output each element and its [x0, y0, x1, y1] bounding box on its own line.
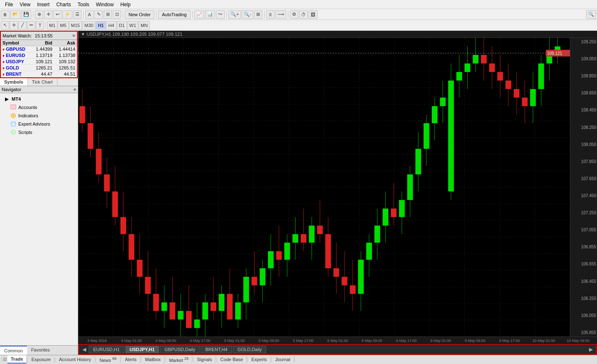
period-sep-btn[interactable]: ⧖: [266, 10, 275, 19]
mw-bid: 1.44399: [31, 46, 54, 52]
chart-canvas[interactable]: [78, 38, 570, 337]
menu-tools[interactable]: Tools: [74, 2, 93, 7]
btn7[interactable]: ☰: [73, 10, 82, 19]
nav-tab-common[interactable]: Common: [0, 346, 27, 355]
btn10[interactable]: ⊞: [104, 10, 112, 19]
navigator-close[interactable]: ×: [74, 87, 76, 92]
side-panel-label[interactable]: ⊡: [2, 357, 7, 362]
price-axis: 109.250109.050108.850108.650108.450108.2…: [570, 38, 597, 337]
m5-btn[interactable]: M5: [58, 21, 68, 30]
w1-btn[interactable]: W1: [127, 21, 139, 30]
chart-tab[interactable]: BRENT,H4: [201, 346, 232, 353]
chart-body: 109.250109.050108.850108.650108.450108.2…: [78, 38, 597, 337]
draw-btn[interactable]: ✏: [27, 21, 35, 30]
mn-btn[interactable]: MN: [139, 21, 150, 30]
crosshair-btn[interactable]: ✛: [10, 21, 18, 30]
new-order-btn[interactable]: New Order: [125, 10, 154, 19]
btn6[interactable]: ⚡: [62, 10, 72, 19]
market-watch-rows: ♦ GBPUSD 1.44399 1.44414 ♦ EURUSD 1.1371…: [1, 46, 77, 77]
nav-tab-favorites[interactable]: Favorites: [27, 346, 54, 355]
experts-icon: [10, 121, 17, 127]
chart-tab[interactable]: GOLD,Daily: [233, 346, 267, 353]
mw-bid: 1.13719: [31, 52, 54, 59]
btab-trade[interactable]: Trade: [7, 355, 27, 364]
sep-tf: [45, 22, 46, 29]
m1-btn[interactable]: M1: [47, 21, 57, 30]
nav-root[interactable]: ▶ MT4: [0, 95, 78, 103]
btab-mailbox[interactable]: Mailbox: [141, 356, 164, 363]
h4-btn[interactable]: H4: [106, 21, 116, 30]
m15-btn[interactable]: M15: [69, 21, 82, 30]
chart-tab[interactable]: EURUSD,H1: [89, 346, 124, 353]
mw-ask: 1.44414: [54, 46, 77, 52]
zoom-in-btn[interactable]: 🔍+: [228, 10, 241, 19]
menu-view[interactable]: View: [16, 2, 34, 7]
timer-btn[interactable]: ⏱: [299, 10, 308, 19]
chart-btn1[interactable]: 📈: [194, 10, 204, 19]
col-bid: Bid: [31, 40, 54, 46]
mw-symbol: ♦ USDJPY: [1, 59, 31, 65]
m30-btn[interactable]: M30: [82, 21, 95, 30]
nav-experts[interactable]: Expert Advisors: [0, 120, 78, 128]
btn11[interactable]: ⊡: [113, 10, 121, 19]
menu-help[interactable]: Help: [117, 2, 134, 7]
menu-charts[interactable]: Charts: [53, 2, 74, 7]
btab-codebase[interactable]: Code Base: [217, 356, 247, 363]
btn3[interactable]: ⊕: [35, 10, 43, 19]
btab-signals[interactable]: Signals: [193, 356, 216, 363]
svg-rect-5: [11, 122, 15, 126]
btab-alerts[interactable]: Alerts: [121, 356, 140, 363]
menu-window[interactable]: Window: [93, 2, 117, 7]
line-btn[interactable]: ╱: [18, 21, 27, 30]
btab-news[interactable]: News 99: [96, 355, 120, 364]
indicator-btn[interactable]: ⚙: [290, 10, 298, 19]
market-watch-close[interactable]: ×: [72, 32, 75, 39]
nav-scripts[interactable]: Scripts: [0, 128, 78, 136]
text-btn[interactable]: T: [36, 21, 44, 30]
btn4[interactable]: ✛: [44, 10, 52, 19]
btn9[interactable]: ✎: [94, 10, 103, 19]
time-label: 5 May 09:00: [252, 339, 286, 343]
zoom-out-btn[interactable]: 🔍-: [242, 10, 253, 19]
btn5[interactable]: ↩: [53, 10, 62, 19]
chart-plot[interactable]: [78, 38, 570, 337]
chart-tab[interactable]: USDJPY,H1: [125, 346, 159, 353]
chart-tab-arrow-right[interactable]: ▶: [587, 347, 595, 352]
h1-btn[interactable]: H1: [96, 21, 106, 30]
btab-journal[interactable]: Journal: [272, 356, 294, 363]
d1-btn[interactable]: D1: [117, 21, 127, 30]
col-ask: Ask: [54, 40, 77, 46]
chart-tab[interactable]: GBPUSD,Daily: [160, 346, 200, 353]
sep3: [123, 11, 123, 18]
menu-bar: File View Insert Charts Tools Window Hel…: [0, 0, 597, 9]
menu-insert[interactable]: Insert: [34, 2, 53, 7]
nav-tree: ▶ MT4 Accounts Indicators: [0, 93, 78, 138]
new-chart-btn[interactable]: 🗎: [1, 10, 10, 19]
nav-accounts[interactable]: Accounts: [0, 103, 78, 111]
tab-symbols[interactable]: Symbols: [0, 78, 28, 86]
nav-bottom-tabs: Common Favorites: [0, 345, 78, 355]
chart-btn2[interactable]: 📊: [205, 10, 215, 19]
screenshot-btn[interactable]: 🖼: [309, 10, 317, 19]
search-btn[interactable]: 🔍: [586, 10, 596, 19]
btab-exposure[interactable]: Exposure: [28, 356, 54, 363]
price-label: 108.050: [571, 142, 596, 147]
cursor-btn[interactable]: ↖: [1, 21, 9, 30]
chart-inner: 109.250109.050108.850108.650108.450108.2…: [78, 38, 597, 344]
autotrading-btn[interactable]: AutoTrading: [158, 10, 191, 19]
chart-btn3[interactable]: 〜: [216, 10, 225, 19]
chart-tab-arrow-left[interactable]: ◀: [81, 347, 88, 352]
btab-experts[interactable]: Experts: [248, 356, 270, 363]
period-btn2[interactable]: ⟶: [275, 10, 286, 19]
nav-indicators-label: Indicators: [18, 113, 38, 118]
btab-market[interactable]: Market 25: [166, 355, 192, 364]
menu-file[interactable]: File: [2, 2, 16, 7]
sep5: [192, 11, 193, 18]
open-btn[interactable]: 📂: [10, 10, 20, 19]
zoom-fit-btn[interactable]: ⊞: [254, 10, 263, 19]
save-btn[interactable]: 💾: [21, 10, 31, 19]
btn8[interactable]: A: [85, 10, 94, 19]
btab-account-history[interactable]: Account History: [56, 356, 95, 363]
tab-tick-chart[interactable]: Tick Chart: [28, 78, 57, 86]
nav-indicators[interactable]: Indicators: [0, 111, 78, 120]
